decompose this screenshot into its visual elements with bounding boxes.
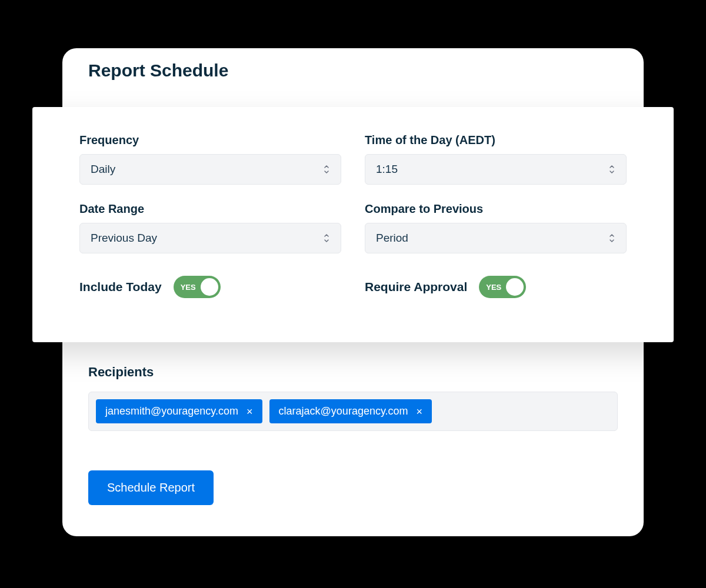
date-range-select[interactable]: Previous Day <box>79 223 341 253</box>
include-today-toggle[interactable]: YES <box>174 276 221 298</box>
compare-to-value: Period <box>376 232 408 245</box>
include-today-row: Include Today YES <box>79 276 341 298</box>
frequency-group: Frequency Daily <box>79 133 341 185</box>
compare-to-label: Compare to Previous <box>365 202 627 216</box>
require-approval-row: Require Approval YES <box>365 276 627 298</box>
frequency-value: Daily <box>91 163 115 176</box>
close-icon[interactable]: × <box>417 406 423 417</box>
require-approval-toggle[interactable]: YES <box>479 276 526 298</box>
frequency-select[interactable]: Daily <box>79 154 341 185</box>
page-title: Report Schedule <box>88 61 228 81</box>
chevron-updown-icon <box>607 163 617 175</box>
toggle-knob <box>506 278 524 296</box>
require-approval-label: Require Approval <box>365 280 467 294</box>
recipient-chip: clarajack@youragency.com × <box>269 399 432 423</box>
require-approval-state: YES <box>486 283 501 292</box>
schedule-settings-card: Frequency Daily Time of the Day (AEDT) 1… <box>32 107 674 342</box>
date-range-value: Previous Day <box>91 232 157 245</box>
compare-to-select[interactable]: Period <box>365 223 627 253</box>
toggle-knob <box>201 278 218 296</box>
close-icon[interactable]: × <box>247 406 253 417</box>
chevron-updown-icon <box>322 232 331 244</box>
frequency-label: Frequency <box>79 133 341 147</box>
recipients-input[interactable]: janesmith@youragency.com × clarajack@you… <box>88 392 618 431</box>
date-range-label: Date Range <box>79 202 341 216</box>
time-of-day-group: Time of the Day (AEDT) 1:15 <box>365 133 627 185</box>
time-of-day-select[interactable]: 1:15 <box>365 154 627 185</box>
recipient-chip: janesmith@youragency.com × <box>96 399 262 423</box>
date-range-group: Date Range Previous Day <box>79 202 341 253</box>
schedule-report-button[interactable]: Schedule Report <box>88 470 214 505</box>
include-today-state: YES <box>181 283 196 292</box>
recipients-label: Recipients <box>88 365 618 380</box>
recipient-email: clarajack@youragency.com <box>279 405 408 417</box>
chevron-updown-icon <box>607 232 617 244</box>
time-of-day-value: 1:15 <box>376 163 398 176</box>
recipient-email: janesmith@youragency.com <box>105 405 238 417</box>
compare-to-group: Compare to Previous Period <box>365 202 627 253</box>
include-today-label: Include Today <box>79 280 162 294</box>
chevron-updown-icon <box>322 163 331 175</box>
time-of-day-label: Time of the Day (AEDT) <box>365 133 627 147</box>
recipients-section: Recipients janesmith@youragency.com × cl… <box>88 365 618 431</box>
